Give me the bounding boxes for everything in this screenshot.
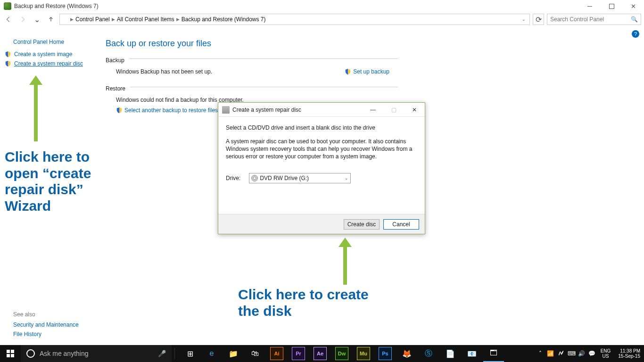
restore-section-label: Restore bbox=[106, 85, 125, 92]
start-button[interactable] bbox=[0, 345, 21, 362]
close-button[interactable] bbox=[622, 0, 644, 12]
taskbar-separator bbox=[174, 348, 175, 359]
see-also-header: See also bbox=[13, 311, 79, 318]
adobe-ps-icon[interactable]: Ps bbox=[375, 345, 396, 362]
address-bar[interactable]: ▶ Control Panel ▶ All Control Panel Item… bbox=[59, 14, 530, 25]
volume-icon[interactable]: 🔊 bbox=[578, 350, 586, 357]
sidebar-home-link[interactable]: Control Panel Home bbox=[13, 39, 91, 45]
taskbar: Ask me anything 🎤 ⊞ e 📁 🛍 Ai Pr Ae Dw Mu… bbox=[0, 345, 644, 362]
setup-backup-link[interactable]: Set up backup bbox=[345, 68, 389, 75]
search-icon: 🔍 bbox=[631, 16, 638, 23]
firefox-icon[interactable]: 🦊 bbox=[396, 345, 417, 362]
sidebar-item-label: Create a system image bbox=[14, 51, 72, 58]
file-explorer-icon[interactable]: 📁 bbox=[223, 345, 244, 362]
word-icon[interactable]: 📄 bbox=[440, 345, 461, 362]
recent-dropdown[interactable]: ⌄ bbox=[31, 14, 42, 25]
dialog-instruction: Select a CD/DVD drive and insert a blank… bbox=[226, 124, 417, 131]
taskbar-apps: ⊞ e 📁 🛍 Ai Pr Ae Dw Mu Ps 🦊 Ⓢ 📄 📧 🗔 bbox=[178, 345, 504, 362]
system-tray: ˄ 📶 🗲 ⌨ 🔊 💬 ENGUS 11:38 PM15-Sep-15 bbox=[537, 348, 644, 359]
up-button[interactable] bbox=[45, 14, 57, 25]
mic-icon[interactable]: 🎤 bbox=[158, 350, 166, 357]
select-another-backup-link[interactable]: Select another backup to restore files f… bbox=[116, 107, 231, 114]
drive-select[interactable]: DVD RW Drive (G:) ⌄ bbox=[249, 173, 351, 183]
sidebar-create-repair-disc[interactable]: Create a system repair disc bbox=[5, 60, 99, 67]
svg-rect-2 bbox=[7, 354, 10, 357]
annotation-arrow-1 bbox=[34, 75, 42, 141]
address-dropdown-icon[interactable]: ⌄ bbox=[522, 17, 528, 22]
cortana-placeholder: Ask me anything bbox=[40, 350, 89, 357]
sidebar-item-label: Create a system repair disc bbox=[14, 60, 83, 67]
drive-value: DVD RW Drive (G:) bbox=[260, 175, 309, 181]
store-icon[interactable]: 🛍 bbox=[245, 345, 265, 362]
shield-icon bbox=[5, 60, 11, 67]
dialog-maximize-button: ▢ bbox=[383, 103, 404, 117]
adobe-ae-icon[interactable]: Ae bbox=[310, 345, 330, 362]
language-indicator[interactable]: ENGUS bbox=[599, 348, 613, 359]
adobe-pr-icon[interactable]: Pr bbox=[288, 345, 309, 362]
location-icon bbox=[62, 16, 68, 23]
repair-disc-dialog: Create a system repair disc — ▢ ✕ Select… bbox=[218, 102, 425, 234]
chevron-down-icon: ⌄ bbox=[345, 176, 348, 181]
breadcrumb-1[interactable]: Control Panel bbox=[75, 16, 110, 23]
see-also-filehistory[interactable]: File History bbox=[13, 331, 79, 337]
dialog-minimize-button[interactable]: — bbox=[363, 103, 383, 117]
skype-icon[interactable]: Ⓢ bbox=[418, 345, 439, 362]
keyboard-icon[interactable]: ⌨ bbox=[568, 350, 575, 357]
cortana-search[interactable]: Ask me anything 🎤 bbox=[21, 345, 172, 362]
dialog-description: A system repair disc can be used to boot… bbox=[226, 138, 417, 161]
svg-rect-3 bbox=[11, 354, 14, 357]
see-also-security[interactable]: Security and Maintenance bbox=[13, 321, 79, 328]
window-titlebar: Backup and Restore (Windows 7) bbox=[0, 0, 644, 12]
outlook-icon[interactable]: 📧 bbox=[462, 345, 482, 362]
adobe-dw-icon[interactable]: Dw bbox=[331, 345, 352, 362]
window-title: Backup and Restore (Windows 7) bbox=[14, 3, 99, 9]
clock[interactable]: 11:38 PM15-Sep-15 bbox=[615, 348, 643, 359]
svg-rect-1 bbox=[11, 350, 14, 353]
dvd-icon bbox=[251, 175, 258, 181]
refresh-button[interactable]: ⟳ bbox=[533, 14, 544, 25]
app-icon bbox=[4, 2, 11, 10]
dialog-title: Create a system repair disc bbox=[232, 107, 301, 113]
battery-icon[interactable]: 🗲 bbox=[557, 350, 565, 357]
search-input[interactable]: Search Control Panel 🔍 bbox=[547, 14, 641, 25]
dialog-close-button[interactable]: ✕ bbox=[404, 103, 425, 117]
create-disc-button[interactable]: Create disc bbox=[344, 219, 380, 230]
shield-icon bbox=[345, 68, 351, 75]
backup-section-label: Backup bbox=[106, 57, 124, 64]
annotation-text-2: Click here to create the disk bbox=[238, 287, 380, 319]
adobe-ai-icon[interactable]: Ai bbox=[266, 345, 287, 362]
nav-bar: ⌄ ▶ Control Panel ▶ All Control Panel It… bbox=[0, 12, 644, 26]
page-heading: Back up or restore your files bbox=[106, 39, 398, 49]
back-button[interactable] bbox=[3, 14, 14, 25]
tray-overflow-icon[interactable]: ˄ bbox=[537, 350, 544, 357]
breadcrumb-2[interactable]: All Control Panel Items bbox=[117, 16, 174, 23]
breadcrumb-sep-icon: ▶ bbox=[112, 17, 115, 22]
adobe-mu-icon[interactable]: Mu bbox=[353, 345, 374, 362]
running-app-icon[interactable]: 🗔 bbox=[483, 345, 504, 362]
forward-button[interactable] bbox=[17, 14, 28, 25]
drive-label: Drive: bbox=[226, 175, 240, 181]
sidebar: Control Panel Home Create a system image… bbox=[5, 36, 99, 70]
dialog-footer: Create disc Cancel bbox=[218, 214, 425, 234]
breadcrumb-3[interactable]: Backup and Restore (Windows 7) bbox=[182, 16, 266, 23]
cancel-button[interactable]: Cancel bbox=[383, 219, 419, 230]
restore-link-label: Select another backup to restore files f… bbox=[124, 107, 231, 114]
help-icon[interactable]: ? bbox=[632, 30, 639, 38]
sidebar-create-system-image[interactable]: Create a system image bbox=[5, 51, 99, 58]
disc-icon bbox=[222, 106, 230, 114]
edge-icon[interactable]: e bbox=[201, 345, 222, 362]
dialog-titlebar: Create a system repair disc — ▢ ✕ bbox=[218, 103, 425, 117]
shield-icon bbox=[116, 107, 123, 114]
task-view-icon[interactable]: ⊞ bbox=[180, 345, 200, 362]
action-center-icon[interactable]: 💬 bbox=[588, 350, 596, 357]
window-buttons bbox=[579, 0, 644, 12]
minimize-button[interactable] bbox=[579, 0, 601, 12]
breadcrumb-sep-icon: ▶ bbox=[70, 17, 74, 22]
search-placeholder: Search Control Panel bbox=[550, 16, 604, 23]
svg-rect-0 bbox=[7, 350, 10, 353]
wifi-icon[interactable]: 📶 bbox=[547, 350, 554, 357]
shield-icon bbox=[5, 51, 11, 58]
maximize-button[interactable] bbox=[601, 0, 622, 12]
setup-backup-label: Set up backup bbox=[353, 68, 389, 75]
breadcrumb-sep-icon: ▶ bbox=[176, 17, 180, 22]
